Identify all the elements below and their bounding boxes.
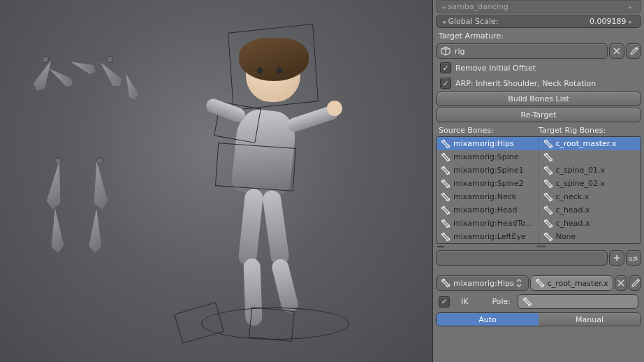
target-bone-name: c_head.x <box>556 205 590 215</box>
bone-icon <box>441 205 451 215</box>
checkbox-icon <box>440 62 451 73</box>
bones-list-footer <box>433 244 644 249</box>
updown-icon <box>514 278 524 288</box>
top-field[interactable]: ◂ samba_dancing ▸ <box>436 0 641 13</box>
pole-bone-field[interactable] <box>518 294 638 309</box>
target-bones-label: Target Rig Bones: <box>539 126 638 135</box>
close-icon <box>612 46 622 56</box>
source-bone-name: mixamorig:HeadTo… <box>453 219 533 228</box>
ik-label: IK <box>461 297 468 306</box>
bone-icon <box>522 297 532 307</box>
clear-button[interactable] <box>609 43 624 59</box>
bone-icon <box>441 166 451 175</box>
pole-label: Pole: <box>492 297 511 306</box>
bone-row[interactable]: mixamorig:Headc_head.x <box>437 203 641 217</box>
retarget-button[interactable]: Re-Target <box>436 108 641 122</box>
target-bone-cell: None <box>539 232 641 242</box>
target-bone-cell <box>539 152 641 162</box>
bone-icon <box>441 232 451 242</box>
target-bone-name: None <box>556 232 576 241</box>
target-bone-cell: c_spine_01.x <box>539 166 641 175</box>
bone-icon <box>543 139 553 149</box>
global-scale-value: 0.009189 <box>590 17 627 26</box>
bone-icon <box>535 278 545 288</box>
retarget-panel: ◂ samba_dancing ▸ ◂ Global Scale: 0.0091… <box>432 0 644 362</box>
source-bone-name: mixamorig:LeftEye <box>453 232 526 241</box>
target-bone-cell: c_head.x <box>539 205 641 215</box>
bone-row[interactable]: mixamorig:Spine2c_spine_02.x <box>437 177 641 190</box>
sort-az-button[interactable] <box>626 250 641 266</box>
source-armature <box>28 49 182 273</box>
viewport-3d[interactable] <box>0 0 432 362</box>
target-bone-name: c_spine_01.x <box>556 166 606 175</box>
az-sort-icon <box>628 253 639 263</box>
source-bone-name: mixamorig:Spine1 <box>453 166 524 175</box>
mesh-icon <box>441 46 451 56</box>
source-bone-cell: mixamorig:HeadTo… <box>437 219 539 229</box>
target-bone-name: c_head.x <box>556 219 590 228</box>
source-bone-cell: mixamorig:Spine <box>437 152 539 162</box>
source-bone-name: mixamorig:Head <box>453 205 518 215</box>
triangle-left-icon: ◂ <box>442 18 446 25</box>
active-target-bone[interactable]: c_root_master.x <box>530 275 613 291</box>
target-bone-name: c_spine_02.x <box>556 179 606 188</box>
target-armature-selector[interactable]: rig <box>436 43 608 59</box>
source-bone-name: mixamorig:Spine <box>453 152 519 161</box>
remove-offset-checkbox[interactable]: Remove Initial Offset <box>433 60 644 75</box>
manual-option[interactable]: Manual <box>539 313 641 326</box>
close-icon <box>616 278 626 288</box>
remove-offset-label: Remove Initial Offset <box>455 64 536 73</box>
zoom-button[interactable] <box>609 250 624 266</box>
bone-icon <box>441 192 451 202</box>
bone-icon <box>441 278 451 288</box>
source-bone-cell: mixamorig:Spine1 <box>437 166 539 175</box>
bone-icon <box>441 219 451 229</box>
source-bones-label: Source Bones: <box>439 126 539 135</box>
triangle-left-icon: ◂ <box>442 3 446 10</box>
build-bones-button[interactable]: Build Bones List <box>436 92 641 106</box>
eyedropper-button[interactable] <box>626 43 641 59</box>
collapse-icon[interactable] <box>437 246 444 247</box>
checkbox-icon <box>440 78 451 89</box>
source-bone-cell: mixamorig:LeftEye <box>437 232 539 242</box>
global-scale-label: Global Scale: <box>448 17 590 26</box>
bone-icon <box>543 219 553 229</box>
eyedropper-target-button[interactable] <box>629 275 641 291</box>
target-armature-value: rig <box>455 47 465 56</box>
bone-icon <box>543 232 553 242</box>
filter-input[interactable] <box>436 250 608 266</box>
bone-row[interactable]: mixamorig:Spine1c_spine_01.x <box>437 164 641 177</box>
source-bone-cell: mixamorig:Spine2 <box>437 179 539 189</box>
bone-icon <box>543 166 553 175</box>
retarget-label: Re-Target <box>521 110 557 120</box>
triangle-right-icon: ▸ <box>629 18 632 25</box>
bone-row[interactable]: mixamorig:Spine <box>437 150 641 164</box>
eyedropper-icon <box>629 46 638 56</box>
arp-inherit-checkbox[interactable]: ARP: Inherit Shoulder, Neck Rotation <box>433 75 644 91</box>
source-bone-cell: mixamorig:Hips <box>437 139 539 149</box>
source-bone-cell: mixamorig:Head <box>437 205 539 215</box>
auto-option[interactable]: Auto <box>437 313 539 326</box>
source-bone-cell: mixamorig:Neck <box>437 192 539 202</box>
clear-target-button[interactable] <box>615 275 627 291</box>
auto-label: Auto <box>478 315 497 324</box>
triangle-right-icon: ▸ <box>629 3 632 10</box>
active-source-bone[interactable]: mixamorig:Hips <box>436 275 529 291</box>
target-bone-name: c_neck.x <box>556 192 590 201</box>
bones-list-header: Source Bones: Target Rig Bones: <box>433 123 644 136</box>
bone-row[interactable]: mixamorig:HeadTo…c_head.x <box>437 217 641 230</box>
target-bone-name: c_root_master.x <box>556 139 617 148</box>
collapse-icon[interactable] <box>536 245 546 247</box>
global-scale-field[interactable]: ◂ Global Scale: 0.009189 ▸ <box>436 15 641 28</box>
bones-list[interactable]: mixamorig:Hipsc_root_master.xmixamorig:S… <box>436 136 641 244</box>
auto-manual-toggle[interactable]: Auto Manual <box>436 312 641 326</box>
bone-icon <box>543 205 553 215</box>
bone-icon <box>543 192 553 202</box>
bone-icon <box>441 152 451 162</box>
bone-icon <box>543 152 553 162</box>
bone-icon <box>441 139 451 149</box>
bone-row[interactable]: mixamorig:Hipsc_root_master.x <box>437 137 641 150</box>
bone-row[interactable]: mixamorig:Neckc_neck.x <box>437 190 641 203</box>
ik-checkbox[interactable] <box>439 296 450 307</box>
bone-row[interactable]: mixamorig:LeftEyeNone <box>437 230 641 243</box>
